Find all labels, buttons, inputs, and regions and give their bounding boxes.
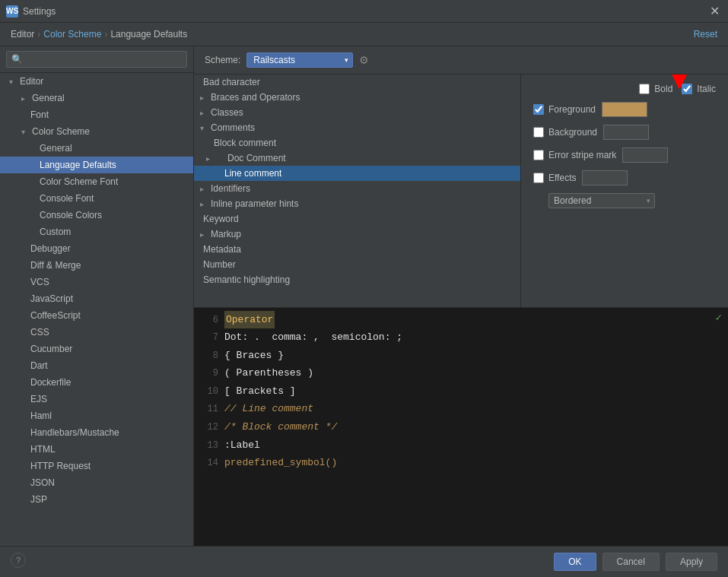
bold-italic-row: Bold Italic (533, 84, 716, 94)
classes-arrow (200, 109, 208, 117)
bold-checkbox[interactable] (639, 84, 650, 94)
tree-item-line-comment[interactable]: Line comment (194, 166, 520, 181)
sidebar-item-colorscheme-font[interactable]: Color Scheme Font (0, 173, 193, 190)
effects-label[interactable]: Effects (533, 173, 576, 183)
sidebar-item-console-font[interactable]: Console Font (0, 190, 193, 207)
sidebar-item-javascript[interactable]: JavaScript (0, 290, 193, 307)
tree-item-identifiers[interactable]: Identifiers (194, 181, 520, 196)
error-stripe-text: Error stripe mark (548, 150, 616, 160)
foreground-checkbox[interactable] (533, 104, 544, 115)
main-container: Editor › Color Scheme › Language Default… (0, 23, 728, 577)
tree-panel: Bad character Braces and Operators Class… (194, 75, 521, 307)
background-color-box[interactable] (603, 125, 649, 140)
sidebar-item-font[interactable]: Font (0, 106, 193, 123)
tree-item-inline-hints[interactable]: Inline parameter hints (194, 196, 520, 211)
markup-arrow (200, 230, 208, 239)
middle-area: Bad character Braces and Operators Class… (194, 75, 728, 308)
sidebar-editor-header: Editor (0, 73, 193, 90)
foreground-text: Foreground (548, 104, 596, 115)
breadcrumb: Editor › Color Scheme › Language Default… (11, 29, 187, 40)
gear-icon[interactable]: ⚙ (359, 54, 369, 66)
code-line-9: 9 ( Parentheses ) (200, 364, 722, 382)
sidebar-item-json[interactable]: JSON (0, 474, 193, 491)
tree-item-doc-comment[interactable]: Doc Comment (194, 151, 520, 166)
comments-arrow (200, 124, 208, 132)
sidebar-item-html[interactable]: HTML (0, 441, 193, 458)
tree-item-markup[interactable]: Markup (194, 227, 520, 242)
cancel-button[interactable]: Cancel (602, 553, 660, 571)
close-button[interactable]: ✕ (707, 4, 722, 18)
effects-text: Effects (548, 173, 576, 183)
braces-arrow (200, 94, 208, 102)
scheme-dropdown[interactable]: Railscasts Default Darcula High contrast (246, 52, 353, 68)
red-arrow-annotation (664, 75, 695, 88)
breadcrumb-colorscheme[interactable]: Color Scheme (43, 29, 101, 40)
sidebar-item-dart[interactable]: Dart (0, 357, 193, 374)
reset-button[interactable]: Reset (694, 29, 717, 40)
sidebar-item-css[interactable]: CSS (0, 324, 193, 341)
effects-row: Effects (533, 170, 716, 185)
background-label[interactable]: Background (533, 127, 597, 138)
sidebar-item-http-request[interactable]: HTTP Request (0, 458, 193, 474)
breadcrumb-editor[interactable]: Editor (11, 29, 34, 40)
effects-checkbox[interactable] (533, 173, 544, 183)
effects-dropdown-row: Bordered Underscored Bold underscored St… (548, 193, 716, 208)
tree-item-bad-character[interactable]: Bad character (194, 75, 520, 90)
foreground-color-box[interactable] (602, 102, 647, 117)
content-area: Editor General Font Color Scheme General (0, 46, 728, 546)
sidebar-item-colorscheme[interactable]: Color Scheme (0, 123, 193, 140)
breadcrumb-langdefaults: Language Defaults (110, 29, 187, 40)
tree-item-metadata[interactable]: Metadata (194, 242, 520, 257)
error-stripe-label[interactable]: Error stripe mark (533, 150, 616, 160)
code-line-8: 8 { Braces } (200, 347, 722, 365)
sidebar-item-cs-general[interactable]: General (0, 140, 193, 157)
scheme-bar: Scheme: Railscasts Default Darcula High … (194, 46, 728, 75)
breadcrumb-sep-1: › (37, 29, 40, 40)
effects-color-box[interactable] (582, 170, 628, 185)
code-line-6: 6 Operator (200, 311, 722, 329)
sidebar-item-handlebars[interactable]: Handlebars/Mustache (0, 424, 193, 441)
sidebar-item-cucumber[interactable]: Cucumber (0, 341, 193, 357)
sidebar-item-console-colors[interactable]: Console Colors (0, 207, 193, 224)
error-stripe-color-box[interactable] (622, 147, 668, 163)
ok-button[interactable]: OK (554, 553, 596, 571)
error-stripe-row: Error stripe mark (533, 147, 716, 163)
effects-type-dropdown[interactable]: Bordered Underscored Bold underscored St… (548, 193, 655, 208)
help-button[interactable]: ? (11, 553, 26, 568)
apply-button[interactable]: Apply (666, 553, 717, 571)
code-check-icon: ✓ (716, 311, 722, 324)
scheme-select-wrapper: Railscasts Default Darcula High contrast… (246, 52, 353, 68)
sidebar-item-general[interactable]: General (0, 90, 193, 106)
sidebar-item-coffeescript[interactable]: CoffeeScript (0, 307, 193, 324)
sidebar-item-custom[interactable]: Custom (0, 224, 193, 240)
sidebar-item-diff-merge[interactable]: Diff & Merge (0, 257, 193, 274)
sidebar-item-language-defaults[interactable]: Language Defaults (0, 157, 193, 173)
bottom-bar: ? OK Cancel Apply (0, 546, 728, 577)
sidebar-item-vcs[interactable]: VCS (0, 274, 193, 290)
tree-item-braces[interactable]: Braces and Operators (194, 90, 520, 105)
background-checkbox[interactable] (533, 127, 544, 138)
tree-item-block-comment[interactable]: Block comment (194, 135, 520, 151)
tree-item-semantic[interactable]: Semantic highlighting (194, 272, 520, 287)
background-text: Background (548, 127, 597, 138)
code-operator: Operator (224, 311, 275, 328)
sidebar-item-jsp[interactable]: JSP (0, 491, 193, 508)
tree-item-keyword[interactable]: Keyword (194, 211, 520, 227)
right-panel: Scheme: Railscasts Default Darcula High … (194, 46, 728, 546)
code-line-10: 10 [ Brackets ] (200, 382, 722, 401)
sidebar: Editor General Font Color Scheme General (0, 46, 194, 546)
foreground-label[interactable]: Foreground (533, 104, 596, 115)
code-line-7: 7 Dot: . comma: , semicolon: ; (200, 328, 722, 347)
sidebar-item-dockerfile[interactable]: Dockerfile (0, 374, 193, 391)
error-stripe-checkbox[interactable] (533, 150, 544, 160)
search-input[interactable] (6, 51, 187, 68)
tree-item-comments[interactable]: Comments (194, 120, 520, 135)
tree-item-classes[interactable]: Classes (194, 105, 520, 120)
general-arrow (21, 94, 29, 103)
sidebar-item-debugger[interactable]: Debugger (0, 240, 193, 257)
tree-item-number[interactable]: Number (194, 257, 520, 272)
sidebar-item-ejs[interactable]: EJS (0, 391, 193, 407)
options-panel: Bold Italic Foreground (521, 75, 728, 307)
sidebar-item-haml[interactable]: Haml (0, 407, 193, 424)
inline-hints-arrow (200, 200, 208, 208)
